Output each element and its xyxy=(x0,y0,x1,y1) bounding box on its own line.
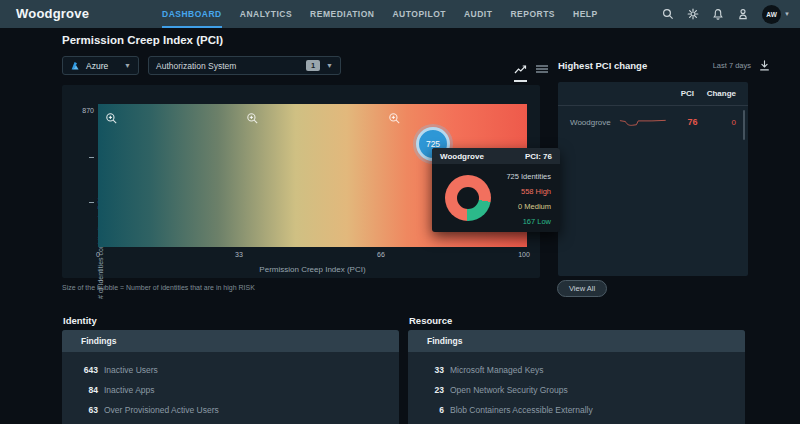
finding-label: Open Network Security Groups xyxy=(450,385,568,395)
finding-row[interactable]: 84 Inactive Apps xyxy=(78,380,399,400)
cloud-provider-dropdown[interactable]: Azure ▼ xyxy=(62,56,139,75)
resource-section-title: Resource xyxy=(409,315,452,326)
bubble-tooltip: Woodgrove PCI: 76 725 Identities 558 Hig… xyxy=(432,148,560,232)
chart-view-toggles xyxy=(514,60,548,82)
tooltip-title: Woodgrove xyxy=(440,152,484,161)
finding-label: Inactive Apps xyxy=(104,385,155,395)
y-axis-tick: 870 xyxy=(76,107,94,114)
page-title: Permission Creep Index (PCI) xyxy=(62,34,223,46)
auth-system-label: Authorization System xyxy=(156,61,236,71)
findings-rows: 33 Microsoft Managed Keys 23 Open Networ… xyxy=(408,352,745,420)
col-change: Change xyxy=(694,89,736,98)
nav-analytics[interactable]: ANALYTICS xyxy=(240,0,292,28)
finding-count: 63 xyxy=(78,405,98,415)
gear-icon[interactable] xyxy=(687,8,699,20)
resource-findings-card: Findings 33 Microsoft Managed Keys 23 Op… xyxy=(408,330,745,424)
nav-reports[interactable]: REPORTS xyxy=(510,0,555,28)
auth-system-count-badge: 1 xyxy=(306,60,320,71)
highest-pci-header: Highest PCI change Last 7 days xyxy=(558,60,770,71)
nav-audit[interactable]: AUDIT xyxy=(464,0,492,28)
finding-row[interactable]: 63 Over Provisioned Active Users xyxy=(78,400,399,420)
account-menu[interactable]: AW ▼ xyxy=(762,5,790,24)
tooltip-body: 725 Identities 558 High 0 Medium 167 Low xyxy=(432,164,560,232)
period-label: Last 7 days xyxy=(713,61,751,70)
tooltip-pci-value: PCI: 76 xyxy=(525,152,552,161)
finding-count: 33 xyxy=(424,365,444,375)
finding-count: 23 xyxy=(424,385,444,395)
search-icon[interactable] xyxy=(662,8,674,20)
bubble-size-footnote: Size of the bubble = Number of identitie… xyxy=(62,284,255,291)
scrollbar[interactable] xyxy=(743,110,745,140)
col-pci: PCI xyxy=(660,89,694,98)
list-icon xyxy=(536,64,548,74)
azure-icon xyxy=(70,61,80,71)
finding-label: Blob Containers Accessible Externally xyxy=(450,405,593,415)
zoom-in-icon[interactable] xyxy=(246,112,259,125)
cloud-provider-value: Azure xyxy=(86,61,108,71)
topbar-actions: AW ▼ xyxy=(662,0,790,28)
topbar: Woodgrove DASHBOARD ANALYTICS REMEDIATIO… xyxy=(0,0,800,28)
highest-pci-table: PCI Change Woodgrove 76 0 xyxy=(558,82,748,276)
finding-label: Microsoft Managed Keys xyxy=(450,365,544,375)
finding-label: Over Provisioned Active Users xyxy=(104,405,219,415)
pci-sparkline xyxy=(619,115,667,129)
user-icon[interactable] xyxy=(737,8,749,20)
stat-low: 167 Low xyxy=(491,214,551,229)
finding-row[interactable]: 643 Inactive Users xyxy=(78,360,399,380)
x-axis-tick: 0 xyxy=(96,251,100,258)
avatar[interactable]: AW xyxy=(762,5,781,24)
list-view-toggle[interactable] xyxy=(536,60,548,78)
nav-remediation[interactable]: REMEDIATION xyxy=(310,0,374,28)
main-nav: DASHBOARD ANALYTICS REMEDIATION AUTOPILO… xyxy=(162,0,598,28)
zoom-in-icon[interactable] xyxy=(105,112,118,125)
finding-row[interactable]: 6 Blob Containers Accessible Externally xyxy=(424,400,745,420)
finding-count: 84 xyxy=(78,385,98,395)
stat-high: 558 High xyxy=(491,184,551,199)
findings-header-label: Findings xyxy=(81,336,116,346)
row-name: Woodgrove xyxy=(570,118,611,127)
chart-view-toggle[interactable] xyxy=(514,60,527,82)
table-row[interactable]: Woodgrove 76 0 xyxy=(558,106,748,138)
finding-row[interactable]: 23 Open Network Security Groups xyxy=(424,380,745,400)
y-axis-dash xyxy=(89,202,94,203)
toggle-active-underline xyxy=(514,80,527,82)
highest-pci-title: Highest PCI change xyxy=(558,60,647,71)
finding-row[interactable]: 33 Microsoft Managed Keys xyxy=(424,360,745,380)
stat-medium: 0 Medium xyxy=(491,199,551,214)
findings-header-label: Findings xyxy=(427,336,462,346)
x-axis-tick: 33 xyxy=(235,251,243,258)
y-axis-dash xyxy=(89,157,94,158)
findings-rows: 643 Inactive Users 84 Inactive Apps 63 O… xyxy=(62,352,399,420)
stat-identities: 725 Identities xyxy=(491,169,551,184)
x-axis-tick: 66 xyxy=(377,251,385,258)
identity-section-title: Identity xyxy=(63,315,97,326)
brand-logo[interactable]: Woodgrove xyxy=(16,0,89,28)
tooltip-stats: 725 Identities 558 High 0 Medium 167 Low xyxy=(491,169,551,229)
finding-count: 6 xyxy=(424,405,444,415)
nav-dashboard[interactable]: DASHBOARD xyxy=(162,0,222,28)
finding-label: Inactive Users xyxy=(104,365,158,375)
download-icon[interactable] xyxy=(759,60,770,71)
findings-header: Findings xyxy=(408,330,745,352)
row-change-value: 0 xyxy=(698,118,736,127)
chevron-down-icon: ▼ xyxy=(124,62,131,69)
row-pci-value: 76 xyxy=(666,117,697,127)
nav-autopilot[interactable]: AUTOPILOT xyxy=(392,0,445,28)
nav-help[interactable]: HELP xyxy=(573,0,598,28)
zoom-in-icon[interactable] xyxy=(388,112,401,125)
trend-chart-icon xyxy=(514,65,527,74)
risk-donut-chart xyxy=(445,175,491,221)
view-all-button[interactable]: View All xyxy=(557,280,607,297)
auth-system-dropdown[interactable]: Authorization System 1 ▼ xyxy=(148,56,341,75)
x-axis-tick: 100 xyxy=(518,251,530,258)
bell-icon[interactable] xyxy=(712,8,724,20)
findings-header: Findings xyxy=(62,330,399,352)
table-header: PCI Change xyxy=(558,82,748,106)
app-frame: Woodgrove DASHBOARD ANALYTICS REMEDIATIO… xyxy=(0,0,800,424)
identity-findings-card: Findings 643 Inactive Users 84 Inactive … xyxy=(62,330,399,424)
chevron-down-icon: ▼ xyxy=(784,11,790,17)
tooltip-header: Woodgrove PCI: 76 xyxy=(432,148,560,164)
x-axis-label: Permission Creep Index (PCI) xyxy=(98,265,527,274)
finding-count: 643 xyxy=(78,365,98,375)
chevron-down-icon: ▼ xyxy=(326,62,333,69)
